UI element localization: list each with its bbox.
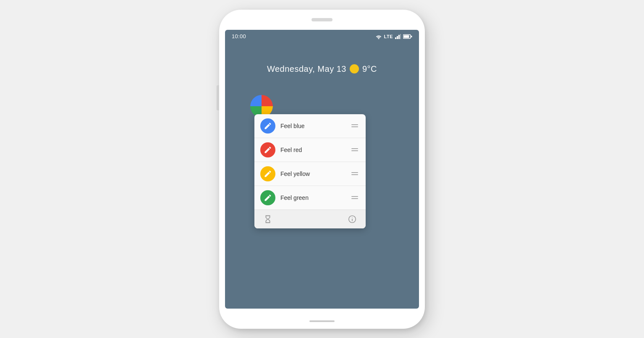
temperature-text: 9°C <box>362 64 377 74</box>
app-icon-area: Feel blue <box>225 95 419 228</box>
feel-blue-icon <box>260 118 275 134</box>
list-item[interactable]: Feel green <box>254 186 366 210</box>
feel-yellow-icon <box>260 166 275 181</box>
widget-toolbar <box>254 210 366 228</box>
phone-shell: 10:00 LTE <box>219 10 425 329</box>
feel-green-icon <box>260 190 275 205</box>
list-item[interactable]: Feel red <box>254 138 366 162</box>
signal-icon <box>395 34 401 39</box>
info-icon[interactable] <box>347 214 357 224</box>
list-item[interactable]: Feel blue <box>254 114 366 138</box>
drag-handle-blue[interactable] <box>350 123 360 129</box>
wifi-icon <box>375 34 382 39</box>
feel-blue-label: Feel blue <box>280 123 345 129</box>
speaker <box>312 18 332 21</box>
date-text: Wednesday, May 13 <box>267 64 346 74</box>
svg-rect-6 <box>411 36 412 37</box>
svg-rect-2 <box>398 35 400 39</box>
svg-point-9 <box>352 217 352 217</box>
screen: 10:00 LTE <box>225 30 419 309</box>
lte-label: LTE <box>384 34 393 39</box>
feel-green-label: Feel green <box>280 194 345 201</box>
svg-rect-0 <box>395 37 396 39</box>
svg-rect-3 <box>400 34 401 39</box>
screen-content: Wednesday, May 13 9°C <box>225 43 419 309</box>
status-bar: 10:00 LTE <box>225 30 419 43</box>
list-item[interactable]: Feel yellow <box>254 162 366 186</box>
drag-handle-red[interactable] <box>350 147 360 153</box>
widget-card: Feel blue <box>254 114 366 228</box>
svg-rect-5 <box>404 35 409 38</box>
battery-icon <box>403 34 412 39</box>
sun-icon <box>350 64 359 73</box>
scene: 10:00 LTE <box>0 0 644 338</box>
feel-red-label: Feel red <box>280 147 345 153</box>
feel-yellow-label: Feel yellow <box>280 170 345 177</box>
date-weather: Wednesday, May 13 9°C <box>267 64 377 74</box>
home-indicator <box>309 320 335 322</box>
svg-rect-1 <box>397 36 398 39</box>
status-time: 10:00 <box>232 33 246 39</box>
drag-handle-green[interactable] <box>350 194 360 201</box>
feel-red-icon <box>260 142 275 157</box>
drag-handle-yellow[interactable] <box>350 170 360 177</box>
status-icons: LTE <box>375 34 412 39</box>
hourglass-icon[interactable] <box>263 214 273 224</box>
